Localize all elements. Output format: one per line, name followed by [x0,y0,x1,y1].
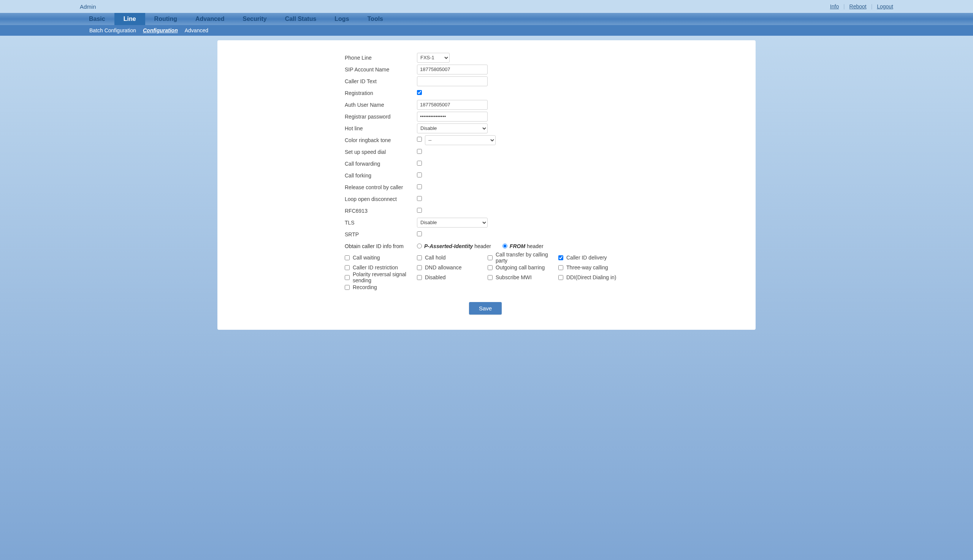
feat-cid-delivery[interactable]: Caller ID delivery [558,253,629,263]
feat-recording[interactable]: Recording [345,282,417,292]
label-loop-open: Loop open disconnect [345,196,417,202]
obtain-pai-option[interactable]: P-Asserted-Identity header [417,243,491,249]
rfc6913-checkbox[interactable] [417,208,422,213]
label-sip-account: SIP Account Name [345,67,417,73]
label-release-ctrl: Release control by caller [345,184,417,190]
feat-call-hold[interactable]: Call hold [417,253,487,263]
label-call-forward: Call forwarding [345,161,417,167]
nav-security[interactable]: Security [234,13,275,25]
nav-logs[interactable]: Logs [325,13,358,25]
nav-line[interactable]: Line [114,13,145,25]
separator: | [871,3,873,10]
label-auth-user: Auth User Name [345,102,417,108]
obtain-from-option[interactable]: FROM header [502,243,544,249]
topbar-links: Info | Reboot | Logout [830,3,893,10]
separator: | [843,3,845,10]
tls-select[interactable]: Disable [417,218,487,228]
call-forking-checkbox[interactable] [417,172,422,177]
page-panel: Phone Line FXS-1 SIP Account Name Caller… [217,40,756,330]
label-reg-password: Registrar password [345,113,417,120]
info-link[interactable]: Info [830,3,839,10]
label-caller-id-text: Caller ID Text [345,78,417,84]
topbar: Admin Info | Reboot | Logout [0,0,973,13]
feat-dnd[interactable]: DND allowance [417,263,487,272]
speed-dial-checkbox[interactable] [417,149,422,154]
srtp-checkbox[interactable] [417,232,422,236]
subnav-configuration[interactable]: Configuration [143,27,178,33]
label-rfc6913: RFC6913 [345,208,417,214]
admin-label: Admin [80,3,96,10]
auth-user-input[interactable] [417,100,487,110]
feat-polarity[interactable]: Polarity reversal signal sending [345,272,417,282]
save-button[interactable]: Save [469,302,502,315]
label-speed-dial: Set up speed dial [345,149,417,155]
reboot-link[interactable]: Reboot [849,3,866,10]
label-call-forking: Call forking [345,172,417,178]
label-phone-line: Phone Line [345,55,417,61]
sip-account-input[interactable] [417,65,487,75]
nav-basic[interactable]: Basic [80,13,114,25]
caller-id-text-input[interactable] [417,77,487,86]
phone-line-select[interactable]: FXS-1 [417,53,450,63]
feature-grid: Call waiting Call hold Call transfer by … [345,253,626,292]
nav-advanced[interactable]: Advanced [186,13,234,25]
feat-sub-mwi[interactable]: Subscribe MWI [487,272,558,282]
label-tls: TLS [345,220,417,226]
hotline-select[interactable]: Disable [417,123,487,133]
main-nav: Basic Line Routing Advanced Security Cal… [0,13,973,25]
nav-callstatus[interactable]: Call Status [276,13,326,25]
feat-disabled[interactable]: Disabled [417,272,487,282]
crbt-select[interactable]: -- [425,135,496,145]
nav-tools[interactable]: Tools [359,13,392,25]
feat-call-transfer[interactable]: Call transfer by calling party [487,253,558,263]
feat-ddi[interactable]: DDI(Direct Dialing in) [558,272,629,282]
registrar-password-input[interactable] [417,112,487,122]
nav-routing[interactable]: Routing [145,13,186,25]
feat-out-barring[interactable]: Outgoing call barring [487,263,558,272]
obtain-pai-radio[interactable] [417,243,422,248]
config-form: Phone Line FXS-1 SIP Account Name Caller… [345,52,626,315]
label-registration: Registration [345,90,417,96]
logout-link[interactable]: Logout [877,3,893,10]
call-forward-checkbox[interactable] [417,161,422,166]
feat-call-waiting[interactable]: Call waiting [345,253,417,263]
label-obtain: Obtain caller ID info from [345,243,417,249]
label-srtp: SRTP [345,232,417,237]
loop-open-checkbox[interactable] [417,196,422,201]
label-crbt: Color ringback tone [345,137,417,143]
release-ctrl-checkbox[interactable] [417,184,422,189]
obtain-from-radio[interactable] [502,243,507,248]
crbt-checkbox[interactable] [417,137,422,142]
sub-nav: Batch Configuration Configuration Advanc… [0,25,973,36]
label-hotline: Hot line [345,125,417,132]
feat-threeway[interactable]: Three-way calling [558,263,629,272]
subnav-batch[interactable]: Batch Configuration [89,27,136,33]
registration-checkbox[interactable] [417,90,422,95]
subnav-advanced[interactable]: Advanced [185,27,208,33]
